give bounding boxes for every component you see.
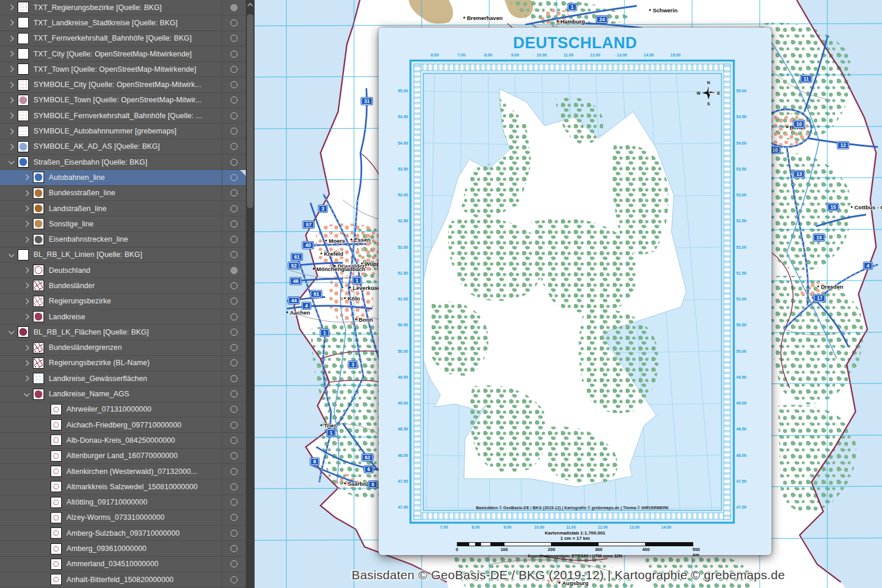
- layer-row[interactable]: Regierungsbezirke: [0, 294, 246, 309]
- layer-row[interactable]: Bundesländer: [0, 278, 246, 293]
- layer-row[interactable]: TXT_Landkreise_Stadtkreise [Quelle: BKG]: [0, 15, 246, 31]
- expand-chevron-icon[interactable]: [20, 201, 33, 216]
- collapse-chevron-icon[interactable]: [5, 248, 18, 262]
- layer-visibility-radio[interactable]: [230, 251, 238, 258]
- layer-row[interactable]: Amberg_093610000000: [0, 541, 246, 556]
- scrollbar-thumb[interactable]: [247, 14, 253, 208]
- layer-row[interactable]: Landstraßen_line: [0, 201, 246, 216]
- expand-chevron-icon[interactable]: [5, 77, 18, 92]
- expand-chevron-icon[interactable]: [20, 356, 33, 370]
- layer-visibility-radio[interactable]: [230, 313, 238, 320]
- expand-chevron-icon[interactable]: [5, 123, 18, 138]
- layer-row[interactable]: SYMBOLE_Autobahnnummer [grebemaps]: [0, 123, 246, 139]
- expand-chevron-icon[interactable]: [5, 15, 18, 30]
- layer-row[interactable]: Altenburger Land_160770000000: [0, 449, 246, 464]
- layer-visibility-radio[interactable]: [230, 189, 238, 196]
- layer-row[interactable]: Amberg-Sulzbach_093710000000: [0, 526, 246, 541]
- layer-visibility-radio[interactable]: [230, 159, 238, 166]
- layer-row[interactable]: SYMBOLE_Town [Quelle: OpenStreetMap-Mitw…: [0, 93, 246, 108]
- layer-visibility-radio[interactable]: [230, 143, 238, 150]
- layer-visibility-radio[interactable]: [230, 282, 238, 289]
- layer-visibility-radio[interactable]: [230, 112, 238, 119]
- expand-chevron-icon[interactable]: [5, 62, 18, 76]
- layer-visibility-radio[interactable]: [230, 81, 238, 88]
- expand-chevron-icon[interactable]: [20, 216, 33, 231]
- collapse-chevron-icon[interactable]: [5, 325, 18, 339]
- layer-visibility-radio[interactable]: [230, 359, 238, 366]
- expand-chevron-icon[interactable]: [20, 278, 33, 293]
- layer-visibility-radio[interactable]: [230, 19, 238, 26]
- expand-chevron-icon[interactable]: [5, 139, 18, 154]
- layer-row[interactable]: Landkreise_Gewässerflächen: [0, 371, 246, 386]
- layer-row[interactable]: Altenkirchen (Westerwald)_07132000...: [0, 464, 246, 479]
- layer-row[interactable]: TXT_City [Quelle: OpenStreetMap-Mitwirke…: [0, 46, 246, 62]
- layer-row[interactable]: Sonstige_line: [0, 216, 246, 232]
- layer-row[interactable]: Bundesstraßen_line: [0, 186, 246, 201]
- layer-visibility-radio[interactable]: [230, 66, 238, 73]
- scrollbar-up-arrow-icon[interactable]: [248, 3, 253, 9]
- layer-row[interactable]: Ahrweiler_071310000000: [0, 402, 246, 417]
- expand-chevron-icon[interactable]: [20, 309, 33, 324]
- layer-row[interactable]: Regierungsbezirke (BL-Name): [0, 356, 246, 371]
- layer-visibility-radio[interactable]: [230, 375, 238, 382]
- layer-visibility-radio[interactable]: [230, 267, 238, 274]
- layer-visibility-radio[interactable]: [230, 468, 238, 475]
- expand-chevron-icon[interactable]: [20, 186, 33, 201]
- layer-row[interactable]: Bundesländergrenzen: [0, 340, 246, 356]
- layer-row[interactable]: SYMBOLE_City [Quelle: OpenStreetMap-Mitw…: [0, 77, 246, 92]
- layer-visibility-radio[interactable]: [230, 437, 238, 444]
- expand-chevron-icon[interactable]: [20, 340, 33, 355]
- layer-row[interactable]: BL_RB_LK_Flächen [Quelle: BKG]: [0, 325, 246, 340]
- layer-row[interactable]: Alzey-Worms_073310000000: [0, 510, 246, 526]
- layer-row[interactable]: Altmarkkreis Salzwedel_150810000000: [0, 479, 246, 495]
- layer-visibility-radio[interactable]: [230, 390, 238, 397]
- layer-visibility-radio[interactable]: [230, 51, 238, 58]
- layer-row[interactable]: Landkreise: [0, 309, 246, 325]
- layer-visibility-radio[interactable]: [230, 220, 238, 228]
- expand-chevron-icon[interactable]: [20, 371, 33, 386]
- layer-visibility-radio[interactable]: [230, 236, 238, 243]
- panel-scrollbar[interactable]: [246, 0, 255, 588]
- layer-row[interactable]: SYMBOLE_AK_AD_AS [Quelle: BKG]: [0, 139, 246, 155]
- layer-row[interactable]: Alb-Donau-Kreis_084250000000: [0, 433, 246, 448]
- layer-row[interactable]: Ammerland_034510000000: [0, 557, 246, 572]
- layer-visibility-radio[interactable]: [230, 483, 238, 490]
- layer-visibility-radio[interactable]: [230, 576, 238, 583]
- map-canvas[interactable]: BremerhavenHamburgSchwerinMoersEssenKref…: [255, 0, 882, 588]
- expand-chevron-icon[interactable]: [20, 232, 33, 246]
- layer-visibility-radio[interactable]: [230, 560, 238, 567]
- collapse-chevron-icon[interactable]: [5, 155, 18, 169]
- layer-visibility-radio[interactable]: [230, 514, 238, 521]
- layer-row[interactable]: TXT_Regierungsbezirke [Quelle: BKG]: [0, 0, 246, 15]
- layer-row[interactable]: Altötting_091710000000: [0, 495, 246, 510]
- layer-visibility-radio[interactable]: [230, 205, 238, 212]
- expand-chevron-icon[interactable]: [5, 46, 18, 61]
- layer-visibility-radio[interactable]: [230, 96, 238, 103]
- expand-chevron-icon[interactable]: [5, 93, 18, 108]
- expand-chevron-icon[interactable]: [5, 108, 18, 123]
- layer-row[interactable]: Autobahnen_line: [0, 170, 246, 185]
- layer-visibility-radio[interactable]: [230, 174, 238, 181]
- layer-visibility-radio[interactable]: [230, 128, 238, 135]
- layout-page[interactable]: DEUTSCHLAND: [379, 28, 771, 555]
- layer-row[interactable]: Eisenbahnstrecken_line: [0, 232, 246, 247]
- layer-visibility-radio[interactable]: [230, 4, 238, 11]
- layer-visibility-radio[interactable]: [230, 344, 238, 351]
- layer-row[interactable]: BL_RB_LK_Linien [Quelle: BKG]: [0, 248, 246, 263]
- layer-row[interactable]: Deutschland: [0, 263, 246, 278]
- expand-chevron-icon[interactable]: [20, 294, 33, 309]
- layer-visibility-radio[interactable]: [230, 499, 238, 506]
- layer-visibility-radio[interactable]: [230, 298, 238, 305]
- layer-visibility-radio[interactable]: [230, 452, 238, 459]
- layer-visibility-radio[interactable]: [230, 545, 238, 552]
- layer-row[interactable]: TXT_Town [Quelle: OpenStreetMap-Mitwirke…: [0, 62, 246, 77]
- expand-chevron-icon[interactable]: [20, 170, 33, 185]
- layer-visibility-radio[interactable]: [230, 422, 238, 429]
- expand-chevron-icon[interactable]: [5, 31, 18, 46]
- layer-row[interactable]: Aichach-Friedberg_097710000000: [0, 417, 246, 433]
- expand-chevron-icon[interactable]: [5, 0, 18, 15]
- layer-visibility-radio[interactable]: [230, 329, 238, 336]
- layer-visibility-radio[interactable]: [230, 35, 238, 42]
- layer-visibility-radio[interactable]: [230, 406, 238, 413]
- layer-row[interactable]: Landkreise_Name_AGS: [0, 386, 246, 402]
